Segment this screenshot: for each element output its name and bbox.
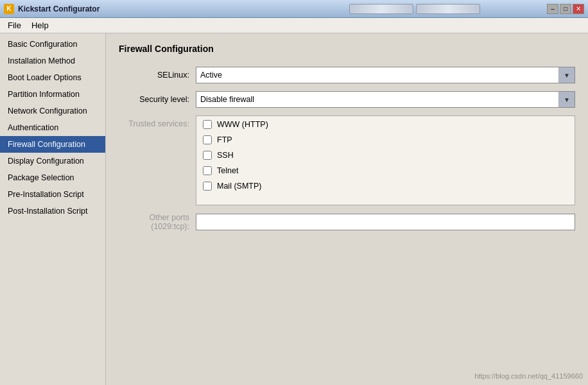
security-level-row: Security level: Disable firewall Enable … (119, 91, 575, 108)
checkbox-row-mail: Mail (SMTP) (203, 182, 568, 191)
other-ports-input[interactable] (196, 214, 575, 230)
sidebar-item-pre-install[interactable]: Pre-Installation Script (0, 186, 105, 203)
checkbox-row-ssh: SSH (203, 151, 568, 160)
checkbox-row-telnet: Telnet (203, 166, 568, 175)
sidebar-item-firewall-config[interactable]: Firewall Configuration (0, 136, 105, 153)
checkbox-row-www: WWW (HTTP) (203, 120, 568, 129)
www-checkbox[interactable] (203, 120, 212, 129)
menu-item-help[interactable]: Help (26, 19, 54, 31)
telnet-checkbox[interactable] (203, 166, 212, 175)
main-container: Basic Configuration Installation Method … (0, 33, 588, 385)
selinux-label: SELinux: (119, 71, 196, 80)
section-title: Firewall Configuration (119, 44, 575, 56)
title-bar: K Kickstart Configurator – □ ✕ (0, 0, 588, 18)
sidebar-item-authentication[interactable]: Authentication (0, 119, 105, 136)
selinux-select[interactable]: Active Permissive Disabled (196, 67, 575, 83)
sidebar-item-display-config[interactable]: Display Configuration (0, 153, 105, 169)
trusted-services-box: WWW (HTTP) FTP SSH Telnet Mail (SMTP) (196, 116, 575, 205)
trusted-services-label: Trusted services: (119, 116, 196, 128)
selinux-row: SELinux: Active Permissive Disabled ▼ (119, 67, 575, 83)
content-area: Firewall Configuration SELinux: Active P… (106, 33, 588, 385)
sidebar: Basic Configuration Installation Method … (0, 33, 106, 385)
maximize-button[interactable]: □ (560, 4, 571, 14)
mail-checkbox[interactable] (203, 182, 212, 191)
sidebar-item-post-install[interactable]: Post-Installation Script (0, 203, 105, 219)
telnet-label: Telnet (217, 166, 238, 175)
selinux-select-wrapper: Active Permissive Disabled ▼ (196, 67, 575, 83)
ftp-label: FTP (217, 135, 232, 144)
sidebar-item-partition-info[interactable]: Partition Information (0, 86, 105, 103)
menu-bar: File Help (0, 18, 588, 33)
other-ports-row: Other ports (1029:tcp): (119, 213, 575, 231)
minimize-button[interactable]: – (547, 4, 558, 14)
app-icon: K (4, 4, 14, 14)
ssh-label: SSH (217, 151, 234, 160)
security-level-label: Security level: (119, 95, 196, 104)
title-bar-text: Kickstart Configurator (18, 4, 282, 13)
security-level-select[interactable]: Disable firewall Enable firewall No fire… (196, 91, 575, 108)
menu-item-file[interactable]: File (3, 19, 26, 31)
checkbox-row-ftp: FTP (203, 135, 568, 144)
security-level-select-wrapper: Disable firewall Enable firewall No fire… (196, 91, 575, 108)
sidebar-item-package-selection[interactable]: Package Selection (0, 169, 105, 186)
sidebar-item-boot-loader[interactable]: Boot Loader Options (0, 69, 105, 86)
ftp-checkbox[interactable] (203, 135, 212, 144)
sidebar-item-install-method[interactable]: Installation Method (0, 53, 105, 69)
other-ports-label: Other ports (1029:tcp): (119, 213, 196, 231)
watermark: https://blog.csdn.net/qq_41159660 (474, 372, 583, 380)
www-label: WWW (HTTP) (217, 120, 268, 129)
close-button[interactable]: ✕ (573, 4, 584, 14)
mail-label: Mail (SMTP) (217, 182, 261, 191)
title-bar-buttons: – □ ✕ (547, 4, 584, 14)
ssh-checkbox[interactable] (203, 151, 212, 160)
trusted-services-row: Trusted services: WWW (HTTP) FTP SSH Tel… (119, 116, 575, 205)
sidebar-item-basic-config[interactable]: Basic Configuration (0, 36, 105, 53)
sidebar-item-network-config[interactable]: Network Configuration (0, 103, 105, 119)
